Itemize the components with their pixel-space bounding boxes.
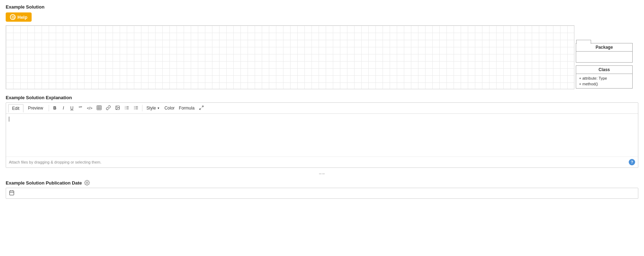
- svg-point-18: [134, 108, 135, 109]
- toolbar-divider-2: [142, 105, 142, 111]
- help-button[interactable]: ⊙ Help: [6, 12, 32, 22]
- link-button[interactable]: [104, 104, 113, 112]
- help-icon: ⊙: [10, 14, 16, 20]
- style-dropdown-arrow: ▼: [157, 107, 160, 110]
- uml-package-header: Package: [576, 43, 632, 52]
- tab-edit[interactable]: Edit: [8, 104, 23, 113]
- pub-date-title: Example Solution Publication Date: [6, 180, 82, 186]
- tab-preview[interactable]: Preview: [24, 104, 47, 112]
- explanation-section: Example Solution Explanation Edit Previe…: [6, 95, 638, 168]
- ordered-list-button[interactable]: 1. 2. 3.: [123, 104, 131, 112]
- example-solution-header: Example Solution: [6, 4, 638, 10]
- fullscreen-button[interactable]: [197, 104, 206, 112]
- editor-attach-area[interactable]: Attach files by dragging & dropping or s…: [6, 156, 638, 167]
- table-button[interactable]: [95, 104, 103, 112]
- bold-button[interactable]: B: [51, 105, 59, 112]
- style-dropdown[interactable]: Style ▼: [144, 105, 162, 112]
- canvas-area[interactable]: [6, 25, 574, 89]
- example-solution-title: Example Solution: [6, 4, 44, 10]
- unordered-list-button[interactable]: [132, 104, 140, 112]
- editor-container: Edit Preview B I U “” </>: [6, 102, 638, 168]
- attach-hint: Attach files by dragging & dropping or s…: [9, 160, 101, 164]
- svg-line-20: [199, 108, 201, 110]
- calendar-icon: [9, 190, 15, 197]
- svg-point-16: [134, 106, 135, 107]
- toolbar-divider-1: [49, 105, 49, 111]
- image-button[interactable]: [113, 104, 122, 112]
- uml-class-header: Class: [576, 66, 632, 74]
- underline-button[interactable]: U: [68, 105, 76, 112]
- uml-class-body: + attribute: Type + method(): [576, 74, 632, 88]
- formula-button[interactable]: Formula: [177, 105, 196, 112]
- editor-toolbar: Edit Preview B I U “” </>: [6, 103, 638, 114]
- color-button[interactable]: Color: [163, 105, 177, 112]
- page-wrapper: Example Solution ⊙ Help Package Class + …: [0, 0, 644, 256]
- blockquote-button[interactable]: “”: [76, 104, 84, 112]
- svg-point-21: [86, 182, 88, 183]
- uml-panel: Package Class + attribute: Type + method…: [576, 39, 633, 89]
- svg-text:3.: 3.: [125, 108, 126, 110]
- code-button[interactable]: </>: [85, 105, 94, 111]
- svg-rect-22: [10, 191, 14, 195]
- svg-point-6: [117, 107, 117, 107]
- settings-icon[interactable]: [84, 180, 90, 186]
- date-input-wrapper[interactable]: [6, 188, 638, 199]
- pub-date-section: Example Solution Publication Date: [6, 180, 638, 199]
- style-label: Style: [146, 106, 156, 111]
- help-button-label: Help: [17, 15, 27, 20]
- uml-class-row-method: + method(): [576, 81, 632, 87]
- italic-button[interactable]: I: [59, 105, 67, 112]
- uml-package-body: [576, 52, 632, 62]
- svg-rect-0: [97, 106, 101, 110]
- editor-body[interactable]: [6, 114, 638, 156]
- explanation-title: Example Solution Explanation: [6, 95, 638, 100]
- uml-package-wrapper: Package: [576, 43, 633, 63]
- editor-cursor: [9, 117, 9, 122]
- svg-point-17: [134, 107, 135, 108]
- resize-handle[interactable]: ⎯⎯: [6, 168, 638, 176]
- uml-package-box[interactable]: Package: [576, 43, 633, 63]
- pub-date-header: Example Solution Publication Date: [6, 180, 638, 186]
- attach-help-button[interactable]: ?: [629, 159, 635, 165]
- uml-class-row-attribute: + attribute: Type: [576, 75, 632, 81]
- uml-class-box[interactable]: Class + attribute: Type + method(): [576, 65, 633, 89]
- svg-line-19: [202, 106, 203, 107]
